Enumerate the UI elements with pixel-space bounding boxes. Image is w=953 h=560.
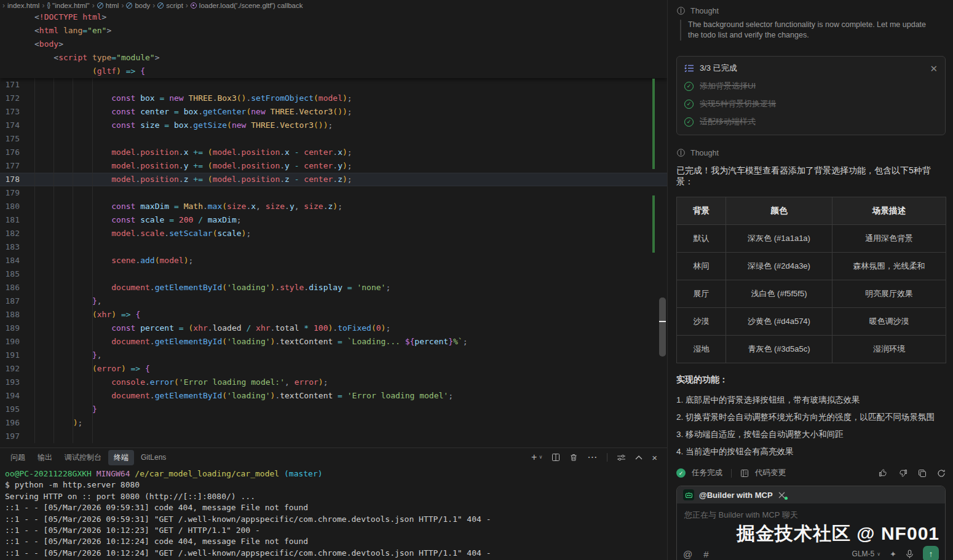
terminal-output[interactable]: oo@PC-20211228GXKH MINGW64 /e/car_model_… bbox=[0, 467, 667, 560]
hash-icon[interactable]: # bbox=[703, 549, 708, 559]
thought-label: Thought bbox=[690, 149, 719, 157]
model-selector[interactable]: GLM-5 ∨ bbox=[852, 550, 881, 558]
code-line: 190 document.getElementById('loading').t… bbox=[0, 335, 667, 349]
code-changes-icon bbox=[740, 469, 749, 478]
todo-item-label: 适配移动端样式 bbox=[700, 116, 756, 127]
code-line: 173 const center = box.getCenter(new THR… bbox=[0, 105, 667, 119]
breadcrumb-item[interactable]: script bbox=[157, 2, 183, 9]
table-cell: 林间 bbox=[677, 253, 726, 280]
git-added-marker bbox=[652, 79, 655, 169]
thought-header: Thought bbox=[676, 6, 946, 15]
table-cell: 沙漠 bbox=[677, 308, 726, 336]
table-header-cell: 颜色 bbox=[726, 197, 832, 225]
breadcrumb-item[interactable]: body bbox=[126, 2, 150, 9]
thought-body: The background selector functionality is… bbox=[680, 20, 938, 41]
breadcrumb-item[interactable]: html bbox=[97, 2, 119, 9]
code-line: 174 const size = box.getSize(new THREE.V… bbox=[0, 119, 667, 132]
breadcrumb-label: loader.load('./scene.gltf') callback bbox=[199, 2, 303, 9]
line-number: 189 bbox=[0, 321, 20, 335]
panel-tab-bar: 问题输出调试控制台终端GitLens +∨ ⋯ bbox=[0, 448, 667, 467]
check-circle-icon: ✓ bbox=[684, 100, 694, 109]
table-cell: 湿润环境 bbox=[832, 336, 946, 363]
panel-tab-2[interactable]: 输出 bbox=[32, 450, 58, 465]
line-number: 190 bbox=[0, 335, 20, 349]
code-line: 193 console.error('Error loading model:'… bbox=[0, 376, 667, 389]
chevron-down-icon: ∨ bbox=[877, 551, 880, 557]
check-circle-icon: ✓ bbox=[684, 82, 694, 91]
send-arrow-icon: ↑ bbox=[929, 549, 933, 559]
breadcrumb-item[interactable]: index.html bbox=[7, 2, 39, 9]
breadcrumb-label: script bbox=[166, 2, 183, 9]
breadcrumb: › index.html›{}"index.html"›html›body›sc… bbox=[0, 0, 667, 10]
table-header-cell: 场景描述 bbox=[832, 197, 946, 225]
table-row: 湿地青灰色 (#3d5a5c)湿润环境 bbox=[677, 336, 946, 363]
sparkle-icon[interactable]: ✦ bbox=[890, 550, 896, 559]
table-cell: 深灰色 (#1a1a1a) bbox=[726, 225, 832, 253]
todo-item: ✓实现5种背景切换逻辑 bbox=[684, 98, 938, 109]
kill-terminal-trash-icon[interactable] bbox=[569, 453, 578, 462]
send-button[interactable]: ↑ bbox=[923, 546, 939, 560]
sticky-line: <body> bbox=[0, 37, 667, 51]
code-line: 176 model.position.x += (model.position.… bbox=[0, 146, 667, 159]
panel-tab-4[interactable]: 终端 bbox=[108, 450, 134, 465]
terminal-line: ::1 - - [05/Mar/2026 09:59:31] "GET /.we… bbox=[5, 514, 667, 525]
line-number: 177 bbox=[0, 159, 20, 173]
panel-tab-1[interactable]: 问题 bbox=[5, 450, 31, 465]
terminal-line: ::1 - - [05/Mar/2026 10:12:23] "GET / HT… bbox=[5, 525, 667, 536]
thumbs-up-icon[interactable] bbox=[879, 468, 888, 478]
chevron-right-icon: › bbox=[185, 1, 189, 10]
close-panel-icon[interactable]: × bbox=[652, 453, 657, 462]
code-line: 180 const maxDim = Math.max(size.x, size… bbox=[0, 200, 667, 213]
indent-guide bbox=[34, 78, 35, 443]
line-number: 185 bbox=[0, 267, 20, 281]
breadcrumb-item[interactable]: loader.load('./scene.gltf') callback bbox=[191, 2, 303, 9]
feature-item: 3. 移动端自适应，按钮会自动调整大小和间距 bbox=[676, 426, 946, 443]
line-number: 183 bbox=[0, 240, 20, 254]
microphone-icon[interactable] bbox=[906, 550, 914, 559]
more-actions-icon[interactable]: ⋯ bbox=[587, 452, 598, 462]
code-line: 189 const percent = (xhr.loaded / xhr.to… bbox=[0, 321, 667, 335]
line-number: 178 bbox=[0, 173, 20, 186]
task-done-label: 任务完成 bbox=[692, 468, 722, 478]
code-editor[interactable]: <!DOCTYPE html><html lang="en"><body> <s… bbox=[0, 10, 667, 448]
code-line: 196 ); bbox=[0, 416, 667, 430]
editor-scrollbar[interactable] bbox=[659, 298, 666, 357]
table-cell: 暖色调沙漠 bbox=[832, 308, 946, 336]
new-terminal-button[interactable]: +∨ bbox=[531, 452, 542, 462]
toolbar-divider bbox=[607, 453, 607, 462]
thumbs-down-icon[interactable] bbox=[898, 468, 908, 478]
chevron-right-icon: › bbox=[2, 1, 6, 10]
status-divider bbox=[731, 469, 732, 478]
maximize-panel-icon[interactable] bbox=[635, 455, 643, 460]
code-line: 175 bbox=[0, 132, 667, 146]
breadcrumb-label: html bbox=[106, 2, 119, 9]
table-cell: 通用深色背景 bbox=[832, 225, 946, 253]
chat-agent-bar[interactable]: @Builder with MCP bbox=[677, 486, 945, 503]
breadcrumb-item[interactable]: {}"index.html" bbox=[47, 2, 89, 9]
panel-tab-5[interactable]: GitLens bbox=[135, 451, 172, 464]
line-number: 175 bbox=[0, 132, 20, 146]
refresh-icon[interactable] bbox=[937, 468, 946, 478]
filter-output-icon[interactable] bbox=[617, 454, 626, 462]
copy-icon[interactable] bbox=[918, 468, 927, 478]
line-number: 194 bbox=[0, 389, 20, 403]
line-number: 191 bbox=[0, 349, 20, 362]
breadcrumb-items: index.html›{}"index.html"›html›body›scri… bbox=[7, 1, 303, 10]
panel-tab-3[interactable]: 调试控制台 bbox=[59, 450, 107, 465]
line-number: 193 bbox=[0, 376, 20, 389]
mention-icon[interactable]: @ bbox=[683, 549, 692, 559]
feature-item: 4. 当前选中的按钮会有高亮效果 bbox=[676, 443, 946, 460]
table-cell: 浅白色 (#f5f5f5) bbox=[726, 280, 832, 308]
code-changes-label[interactable]: 代码变更 bbox=[755, 468, 786, 478]
chevron-right-icon: › bbox=[92, 1, 95, 10]
feature-item: 2. 切换背景时会自动调整环境光和方向光的强度，以匹配不同场景氛围 bbox=[676, 409, 946, 426]
code-line: 171 bbox=[0, 78, 667, 92]
todo-card: 3/3 已完成 ✕ ✓添加背景选择UI✓实现5种背景切换逻辑✓适配移动端样式 bbox=[676, 56, 946, 135]
terminal-line: oo@PC-20211228GXKH MINGW64 /e/car_model_… bbox=[5, 468, 667, 479]
todo-item-label: 实现5种背景切换逻辑 bbox=[700, 98, 776, 109]
assistant-panel: Thought The background selector function… bbox=[668, 0, 953, 560]
close-icon[interactable]: ✕ bbox=[930, 64, 938, 73]
line-number: 186 bbox=[0, 281, 20, 294]
split-terminal-icon[interactable] bbox=[552, 453, 560, 462]
line-number: 192 bbox=[0, 362, 20, 376]
